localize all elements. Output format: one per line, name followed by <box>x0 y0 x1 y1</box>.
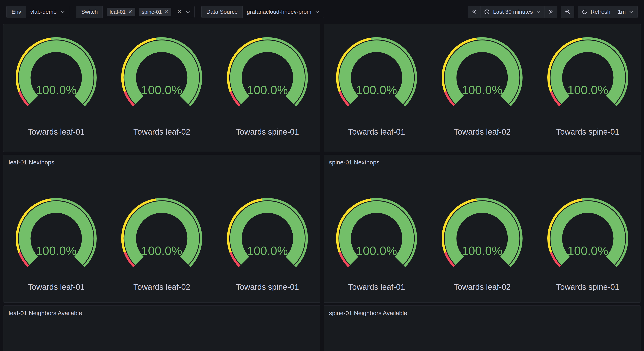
panel-leaf-01-nexthops: leaf-01 Nexthops 100.0% Towards leaf-01 … <box>3 155 320 303</box>
gauge-value: 100.0% <box>247 83 288 97</box>
gauge: 100.0% Towards leaf-01 <box>4 36 109 152</box>
gauge-label: Towards spine-01 <box>236 282 299 291</box>
switch-chip-label: leaf-01 <box>110 9 126 15</box>
gauge-label: Towards leaf-01 <box>28 127 84 136</box>
datasource-variable-label: Data Source <box>202 6 243 18</box>
gauge-arc: 100.0% <box>330 196 423 270</box>
clear-selection-icon[interactable]: ✕ <box>177 9 182 15</box>
gauge-arc: 100.0% <box>435 36 529 110</box>
panel-title[interactable]: spine-01 Nexthops <box>324 155 640 166</box>
gauge-label: Towards leaf-02 <box>454 127 510 136</box>
chevron-down-icon <box>60 10 65 14</box>
gauge-value: 100.0% <box>567 244 608 257</box>
env-variable-label: Env <box>7 6 26 18</box>
gauge-label: Towards leaf-01 <box>28 282 84 291</box>
switch-chip: spine-01 ✕ <box>139 8 172 16</box>
env-variable-value: vlab-demo <box>30 9 56 15</box>
env-variable: Env vlab-demo <box>6 6 69 18</box>
gauge: 100.0% Towards leaf-02 <box>109 196 214 302</box>
switch-variable: Switch leaf-01 ✕ spine-01 ✕ ✕ <box>76 6 194 18</box>
gauge-value: 100.0% <box>141 244 182 257</box>
chip-close-icon[interactable]: ✕ <box>128 9 132 15</box>
gauge-arc: 100.0% <box>10 36 103 110</box>
chevron-down-icon <box>536 10 541 14</box>
time-controls: Last 30 minutes Refresh <box>468 6 638 18</box>
angle-double-right-icon <box>548 9 554 15</box>
gauge-arc: 100.0% <box>115 196 208 270</box>
time-picker-group: Last 30 minutes <box>468 6 558 18</box>
gauge: 100.0% Towards spine-01 <box>215 196 320 302</box>
gauge: 100.0% Towards spine-01 <box>215 36 320 152</box>
refresh-interval-value: 1m <box>618 9 626 15</box>
datasource-variable: Data Source grafanacloud-hhdev-prom <box>202 6 324 18</box>
gauge: 100.0% Towards spine-01 <box>535 36 640 152</box>
gauge-arc: 100.0% <box>330 36 423 110</box>
gauge-label: Towards spine-01 <box>556 127 620 136</box>
gauge-value: 100.0% <box>567 83 608 97</box>
refresh-label: Refresh <box>591 9 610 15</box>
gauge-row: 100.0% Towards leaf-01 100.0% Towards le… <box>4 24 320 152</box>
gauge-arc: 100.0% <box>541 196 634 270</box>
chip-close-icon[interactable]: ✕ <box>164 9 168 15</box>
refresh-button[interactable]: Refresh <box>578 6 614 18</box>
switch-variable-label: Switch <box>76 6 103 18</box>
panel-title[interactable]: leaf-01 Nexthops <box>4 155 320 166</box>
refresh-interval-select[interactable]: 1m <box>614 6 638 18</box>
variable-controls: Env vlab-demo Switch leaf-01 ✕ spine-01 … <box>6 6 324 18</box>
chevron-down-icon <box>186 10 190 14</box>
gauge: 100.0% Towards leaf-01 <box>324 196 429 302</box>
gauge-value: 100.0% <box>36 244 77 257</box>
gauge-value: 100.0% <box>356 244 397 257</box>
gauge-arc: 100.0% <box>115 36 208 110</box>
datasource-variable-value: grafanacloud-hhdev-prom <box>247 9 311 15</box>
gauge-label: Towards leaf-02 <box>454 282 510 291</box>
panel-leaf-01-neighbors-available: leaf-01 Neighbors Available <box>3 305 320 351</box>
datasource-variable-select[interactable]: grafanacloud-hhdev-prom <box>243 6 324 18</box>
gauge: 100.0% Towards leaf-02 <box>429 36 535 152</box>
gauge-label: Towards leaf-02 <box>133 282 190 291</box>
panel-title[interactable]: spine-01 Neighbors Available <box>324 306 640 316</box>
angle-double-left-icon <box>472 9 477 15</box>
gauge-arc: 100.0% <box>221 196 314 270</box>
gauge-value: 100.0% <box>462 244 503 257</box>
switch-chip-label: spine-01 <box>142 9 162 15</box>
chevron-down-icon <box>629 10 634 14</box>
gauge: 100.0% Towards leaf-02 <box>429 196 535 302</box>
dashboard-grid: 100.0% Towards leaf-01 100.0% Towards le… <box>3 24 641 351</box>
time-shift-forward-button[interactable] <box>545 6 558 18</box>
env-variable-select[interactable]: vlab-demo <box>26 6 69 18</box>
gauge-value: 100.0% <box>141 83 182 97</box>
gauge-row: 100.0% Towards leaf-01 100.0% Towards le… <box>4 166 320 302</box>
gauge-row: 100.0% Towards leaf-01 100.0% Towards le… <box>324 24 640 152</box>
gauge-value: 100.0% <box>247 244 288 257</box>
gauge-arc: 100.0% <box>435 196 529 270</box>
gauge-label: Towards leaf-01 <box>348 282 405 291</box>
gauge-value: 100.0% <box>462 83 503 97</box>
chevron-down-icon <box>315 10 320 14</box>
panel-nexthops-cropped-right: 100.0% Towards leaf-01 100.0% Towards le… <box>324 24 641 152</box>
gauge-value: 100.0% <box>356 83 397 97</box>
panel-spine-01-neighbors-available: spine-01 Neighbors Available <box>324 305 641 351</box>
zoom-out-button[interactable] <box>561 6 574 18</box>
gauge-label: Towards spine-01 <box>556 282 620 291</box>
gauge-label: Towards leaf-02 <box>133 127 190 136</box>
panel-title[interactable]: leaf-01 Neighbors Available <box>4 306 320 316</box>
gauge-arc: 100.0% <box>10 196 103 270</box>
gauge-label: Towards leaf-01 <box>348 127 405 136</box>
gauge-arc: 100.0% <box>541 36 634 110</box>
dashboard-toolbar: Env vlab-demo Switch leaf-01 ✕ spine-01 … <box>0 0 644 24</box>
search-minus-icon <box>565 9 570 15</box>
panel-spine-01-nexthops: spine-01 Nexthops 100.0% Towards leaf-01… <box>324 155 641 303</box>
switch-chip: leaf-01 ✕ <box>107 8 135 16</box>
gauge: 100.0% Towards leaf-01 <box>324 36 429 152</box>
gauge: 100.0% Towards leaf-01 <box>4 196 109 302</box>
switch-variable-select[interactable]: leaf-01 ✕ spine-01 ✕ ✕ <box>103 6 194 18</box>
time-range-button[interactable]: Last 30 minutes <box>480 6 545 18</box>
gauge-label: Towards spine-01 <box>236 127 299 136</box>
gauge-row: 100.0% Towards leaf-01 100.0% Towards le… <box>324 166 640 302</box>
time-range-label: Last 30 minutes <box>493 9 533 15</box>
panel-nexthops-cropped-left: 100.0% Towards leaf-01 100.0% Towards le… <box>3 24 320 152</box>
clock-icon <box>484 9 490 15</box>
time-shift-back-button[interactable] <box>468 6 480 18</box>
gauge-value: 100.0% <box>36 83 77 97</box>
